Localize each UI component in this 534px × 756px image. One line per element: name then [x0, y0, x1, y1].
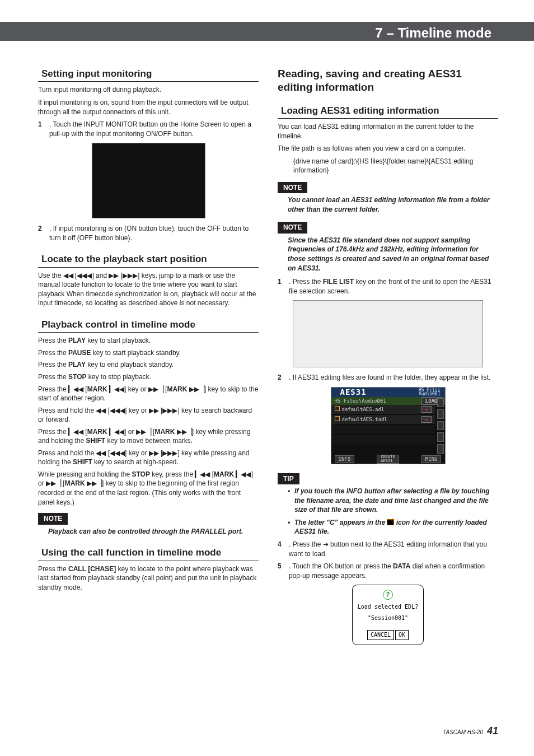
heading-loading-aes31: Loading AES31 editing information: [278, 104, 498, 119]
file-icon: [335, 416, 340, 421]
figure-confirm-popup: ? Load selected EDL? "Session001" CANCEL…: [352, 585, 424, 645]
step-text: . Touch the INPUT MONITOR button on the …: [49, 120, 251, 138]
page-number: 41: [487, 725, 498, 736]
t: Use the: [38, 272, 63, 279]
step-text: . If AES31 editing files are found in th…: [289, 374, 490, 381]
heading-input-monitoring: Setting input monitoring: [38, 67, 259, 82]
create-aes31-button[interactable]: CREATE AES31: [377, 455, 399, 464]
step-text: . Press the FILE LIST key on the front o…: [289, 278, 491, 295]
file-c-icon: [387, 519, 394, 525]
step-number: 5: [278, 562, 282, 571]
step-2: 2 . If input monitoring is on (ON button…: [38, 224, 259, 242]
file-row[interactable]: defaultAES.tadl ➔: [331, 415, 435, 425]
step-4: 4 . Press the ➔ button next to the AES31…: [278, 540, 498, 558]
page-footer: TASCAM HS-20 41: [443, 724, 498, 738]
tip-item: The letter "C" appears in the icon for t…: [288, 518, 498, 536]
menu-button[interactable]: MENU: [421, 455, 442, 463]
ff3-icon: ▶▶▶: [123, 272, 138, 279]
page-content: Setting input monitoring Turn input moni…: [38, 67, 498, 651]
aes31-title: AES31: [340, 387, 367, 398]
ff-icon: ▶▶: [109, 272, 119, 279]
file-row[interactable]: defaultAES.adl ➔: [331, 405, 435, 415]
scroll-buttons[interactable]: [436, 397, 445, 455]
file-path: {drive name of card}:\{HS files}\{folder…: [293, 157, 498, 175]
note-body: You cannot load an AES31 editing informa…: [288, 195, 498, 214]
note-body: Playback can also be controlled through …: [48, 527, 259, 536]
step-number: 2: [38, 224, 42, 234]
step-text: . Press the ➔ button next to the AES31 e…: [289, 540, 487, 558]
mnext-icon: ▶▶▕: [148, 385, 163, 393]
note-tag: NOTE: [278, 222, 307, 234]
step-number: 4: [278, 540, 282, 549]
figure-device-front: [293, 300, 483, 367]
text: If input monitoring is on, sound from th…: [38, 98, 259, 116]
aes31-subtitle: HS FilesAudio001: [419, 388, 441, 396]
step-number: 1: [38, 120, 42, 129]
tip-tag: TIP: [278, 473, 299, 485]
popup-line2: "Session001": [353, 614, 423, 622]
heading-aes31-major: Reading, saving and creating AES31 editi…: [278, 67, 498, 94]
text: You can load AES31 editing information i…: [278, 122, 498, 141]
load-arrow-button[interactable]: ➔: [421, 416, 432, 423]
file-row-empty: [331, 425, 435, 435]
footer-label: TASCAM HS-20: [443, 729, 483, 735]
text: Press the PLAY key to start playback.: [38, 336, 259, 346]
text: Use the ◀◀ [◀◀◀] and ▶▶ [▶▶▶] keys, jump…: [38, 271, 259, 308]
text: Press the ▎◀◀ [MARK ▎◀◀] key or ▶▶▕ [MAR…: [38, 385, 259, 403]
step-number: 1: [278, 277, 282, 287]
text: Press the CALL [CHASE] key to locate to …: [38, 564, 259, 592]
cancel-button[interactable]: CANCEL: [367, 630, 394, 640]
step-1: 1 . Press the FILE LIST key on the front…: [278, 277, 498, 296]
figure-aes31-screen: AES31 HS FilesAudio001 HS Files\Audio001…: [331, 387, 446, 464]
note-body: Since the AES31 file standard does not s…: [288, 236, 498, 273]
file-name: defaultAES.adl: [342, 407, 385, 412]
tip-item: If you touch the INFO button after selec…: [288, 487, 498, 515]
note-tag: NOTE: [38, 513, 68, 525]
heading-playback-control: Playback control in timeline mode: [38, 318, 259, 333]
step-text: . Touch the OK button or press the DATA …: [289, 562, 485, 580]
chapter-title: 7 – Timeline mode: [375, 24, 491, 42]
header-banner: 7 – Timeline mode: [0, 22, 534, 41]
load-arrow-button[interactable]: ➔: [421, 406, 432, 413]
text: Press the ▎◀◀ [MARK ▎◀◀] or ▶▶▕ [MARK ▶▶…: [38, 427, 259, 446]
text: Press the PLAY key to end playback stand…: [38, 360, 259, 370]
step-text: . If input monitoring is on (ON button b…: [49, 225, 249, 242]
file-icon: [335, 406, 340, 411]
text: Turn input monitoring off during playbac…: [38, 85, 259, 95]
text: While pressing and holding the STOP key,…: [38, 470, 259, 507]
step-number: 2: [278, 373, 282, 382]
rew-icon: ◀◀: [63, 272, 73, 279]
aes31-breadcrumb: HS Files\Audio001: [335, 398, 386, 404]
info-button[interactable]: INFO: [335, 455, 355, 463]
note-tag: NOTE: [278, 182, 307, 194]
right-column: Reading, saving and creating AES31 editi…: [278, 67, 498, 651]
text: Press the STOP key to stop playback.: [38, 372, 259, 382]
rew3-icon: ◀◀◀: [77, 272, 92, 279]
text: The file path is as follows when you vie…: [278, 144, 498, 153]
step-1: 1 . Touch the INPUT MONITOR button on th…: [38, 120, 259, 138]
mprev-icon: ▎◀◀: [68, 385, 83, 393]
file-name: defaultAES.tadl: [342, 417, 387, 422]
ok-button[interactable]: OK: [395, 630, 409, 640]
step-5: 5 . Touch the OK button or press the DAT…: [278, 562, 498, 580]
figure-home-screen: [92, 143, 205, 218]
question-icon: ?: [383, 590, 393, 600]
left-column: Setting input monitoring Turn input moni…: [38, 67, 259, 651]
popup-line1: Load selected EDL?: [353, 603, 423, 611]
file-row-empty: [331, 435, 435, 445]
text: Press and hold the ◀◀ [◀◀◀] key or ▶▶ [▶…: [38, 406, 259, 424]
heading-locate: Locate to the playback start position: [38, 253, 259, 267]
text: Press and hold the ◀◀ [◀◀◀] key or ▶▶ [▶…: [38, 449, 259, 467]
text: Press the PAUSE key to start playback st…: [38, 348, 259, 358]
heading-call: Using the call function in timeline mode: [38, 546, 259, 561]
step-2: 2 . If AES31 editing files are found in …: [278, 373, 498, 382]
